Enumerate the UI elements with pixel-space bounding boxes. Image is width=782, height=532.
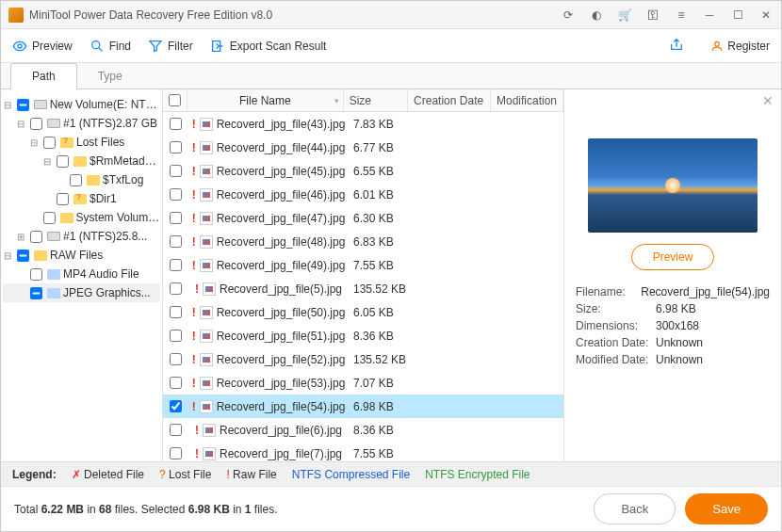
tree-checkbox[interactable]: [43, 137, 56, 149]
tree-item[interactable]: System Volume...: [3, 208, 160, 227]
file-size: 6.55 KB: [348, 165, 414, 178]
titlebar: MiniTool Power Data Recovery Free Editio…: [1, 1, 781, 29]
file-checkbox[interactable]: [170, 330, 182, 342]
file-row[interactable]: !Recoverd_jpg_file(46).jpg6.01 KB: [163, 183, 563, 206]
tree-checkbox[interactable]: [43, 212, 56, 224]
tree-item[interactable]: ⊟Lost Files: [3, 133, 160, 152]
file-checkbox[interactable]: [170, 400, 182, 412]
drive-icon: [34, 100, 47, 109]
tree-checkbox[interactable]: [17, 250, 29, 262]
minimize-icon[interactable]: ─: [702, 8, 717, 23]
tree-checkbox[interactable]: [57, 193, 69, 205]
tree-item[interactable]: ⊟RAW Files: [3, 246, 160, 265]
file-checkbox[interactable]: [170, 377, 182, 389]
file-row[interactable]: !Recoverd_jpg_file(51).jpg8.36 KB: [163, 324, 563, 347]
file-checkbox[interactable]: [170, 282, 182, 295]
tree-twisty-icon[interactable]: ⊟: [16, 119, 25, 129]
tree-checkbox[interactable]: [30, 231, 42, 243]
column-filename[interactable]: File Name▾: [187, 89, 344, 111]
tree-checkbox[interactable]: [57, 155, 69, 168]
tree-twisty-icon[interactable]: ⊟: [42, 156, 52, 167]
file-checkbox[interactable]: [170, 188, 182, 201]
tree-item-label: MP4 Audio File: [63, 267, 139, 281]
meta-filename-label: Filename:: [576, 285, 641, 298]
tree-checkbox[interactable]: [70, 174, 82, 186]
refresh-icon[interactable]: ⟳: [561, 8, 576, 23]
file-row[interactable]: !Recoverd_jpg_file(54).jpg6.98 KB: [163, 395, 563, 418]
file-row[interactable]: !Recoverd_jpg_file(45).jpg6.55 KB: [163, 159, 563, 183]
file-checkbox[interactable]: [170, 424, 182, 436]
file-row[interactable]: !Recoverd_jpg_file(6).jpg8.36 KB: [163, 418, 563, 442]
file-checkbox[interactable]: [170, 165, 182, 177]
file-checkbox[interactable]: [170, 259, 182, 271]
tree-twisty-icon[interactable]: ⊟: [3, 250, 12, 261]
file-row[interactable]: !Recoverd_jpg_file(50).jpg6.05 KB: [163, 300, 563, 324]
file-name: Recoverd_jpg_file(6).jpg: [220, 424, 342, 437]
meta-creation-value: Unknown: [656, 336, 703, 349]
file-row[interactable]: !Recoverd_jpg_file(53).jpg7.07 KB: [163, 371, 563, 395]
tree-checkbox[interactable]: [30, 118, 42, 130]
tree-item[interactable]: ⊟New Volume(E: NTFS): [3, 95, 160, 114]
raw-file-mark-icon: !: [192, 377, 196, 390]
key-icon[interactable]: ⚿: [645, 8, 660, 23]
close-icon[interactable]: ✕: [758, 8, 774, 23]
meta-size-label: Size:: [576, 302, 656, 315]
back-button[interactable]: Back: [594, 493, 676, 524]
maximize-icon[interactable]: ☐: [730, 8, 745, 23]
register-button[interactable]: Register: [710, 40, 770, 53]
save-button[interactable]: Save: [685, 493, 768, 524]
export-button[interactable]: Export Scan Result: [210, 39, 327, 54]
file-row[interactable]: !Recoverd_jpg_file(7).jpg7.55 KB: [163, 442, 563, 461]
tab-path[interactable]: Path: [10, 63, 77, 89]
tree-item[interactable]: $Dir1: [3, 189, 160, 208]
tree-twisty-icon[interactable]: ⊟: [3, 100, 12, 110]
file-row[interactable]: !Recoverd_jpg_file(48).jpg6.83 KB: [163, 230, 563, 253]
share-icon[interactable]: [669, 37, 684, 55]
help-icon[interactable]: ◐: [589, 8, 604, 23]
column-size[interactable]: Size: [344, 89, 408, 111]
file-row[interactable]: !Recoverd_jpg_file(43).jpg7.83 KB: [163, 112, 563, 136]
file-row[interactable]: !Recoverd_jpg_file(49).jpg7.55 KB: [163, 253, 563, 277]
column-modification[interactable]: Modification: [491, 89, 563, 111]
tree-checkbox[interactable]: [30, 287, 42, 299]
file-type-icon: [47, 288, 60, 298]
tab-type[interactable]: Type: [77, 64, 143, 89]
close-preview-icon[interactable]: ✕: [762, 93, 774, 108]
preview-button[interactable]: Preview: [12, 39, 73, 54]
file-checkbox[interactable]: [170, 306, 182, 318]
file-row[interactable]: !Recoverd_jpg_file(5).jpg135.52 KB: [163, 277, 563, 300]
tree-twisty-icon[interactable]: ⊟: [29, 137, 39, 148]
file-checkbox[interactable]: [170, 447, 182, 459]
meta-modified-label: Modified Date:: [576, 353, 656, 366]
filter-button[interactable]: Filter: [148, 39, 193, 54]
column-creation-date[interactable]: Creation Date: [408, 89, 491, 111]
file-row[interactable]: !Recoverd_jpg_file(47).jpg6.30 KB: [163, 206, 563, 230]
file-checkbox[interactable]: [170, 118, 182, 130]
file-checkbox[interactable]: [170, 141, 182, 153]
tree-item[interactable]: ⊟$RmMetadata: [3, 152, 160, 170]
tree-item[interactable]: $TxfLog: [3, 170, 160, 189]
preview-open-button[interactable]: Preview: [631, 244, 715, 270]
tree-twisty-icon[interactable]: ⊞: [16, 232, 25, 242]
tabs: Path Type: [1, 63, 781, 89]
find-button[interactable]: Find: [90, 39, 131, 54]
tree-checkbox[interactable]: [30, 268, 42, 281]
menu-icon[interactable]: ≡: [674, 8, 689, 23]
tree-item[interactable]: ⊞#1 (NTFS)25.8...: [3, 227, 160, 246]
tree-item[interactable]: ⊟#1 (NTFS)2.87 GB: [3, 114, 160, 133]
file-row[interactable]: !Recoverd_jpg_file(52).jpg135.52 KB: [163, 347, 563, 371]
cart-icon[interactable]: 🛒: [617, 8, 632, 23]
file-size: 6.77 KB: [348, 141, 414, 154]
tree-checkbox[interactable]: [17, 99, 29, 111]
tree-item[interactable]: JPEG Graphics...: [3, 283, 160, 302]
file-name: Recoverd_jpg_file(52).jpg: [217, 353, 346, 366]
tree-item[interactable]: MP4 Audio File: [3, 265, 160, 283]
file-checkbox[interactable]: [170, 212, 182, 224]
column-checkbox[interactable]: [163, 89, 187, 111]
file-list-body[interactable]: !Recoverd_jpg_file(43).jpg7.83 KB!Recove…: [163, 112, 563, 461]
drive-icon: [47, 232, 60, 241]
file-checkbox[interactable]: [170, 353, 182, 365]
file-checkbox[interactable]: [170, 235, 182, 248]
file-name: Recoverd_jpg_file(47).jpg: [217, 212, 346, 225]
file-row[interactable]: !Recoverd_jpg_file(44).jpg6.77 KB: [163, 136, 563, 159]
